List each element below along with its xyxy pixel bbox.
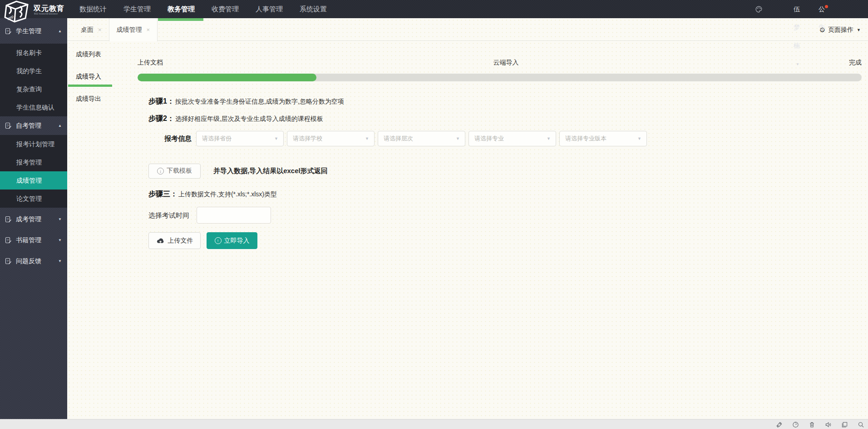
clipboard-pen-icon: ? <box>5 28 12 35</box>
clipboard-pen-icon: ? <box>5 122 12 130</box>
clipboard-pen-icon: ? <box>5 237 12 244</box>
step3-body: 上传数据文件,支持(*.xls;*.xlsx)类型 <box>178 190 277 198</box>
cloud-upload-icon <box>156 238 165 244</box>
logo-mark-icon: step <box>3 0 31 23</box>
import-button-label: 立即导入 <box>224 237 250 245</box>
sidebar-item-exam-plan-mgmt[interactable]: 报考计划管理 <box>0 135 67 153</box>
sidebar-group-adultexam-mgmt[interactable]: ? 成考管理 ▼ <box>0 210 67 229</box>
tab-label: 成绩管理 <box>117 26 142 33</box>
chevron-down-icon: ▼ <box>58 259 62 263</box>
sidebar-group-book-mgmt[interactable]: ? 书籍管理 ▼ <box>0 231 67 249</box>
sidebar-item-enroll-card[interactable]: 报名刷卡 <box>0 44 67 62</box>
main-content: 上传文档 云端导入 完成 步骤1：按批次专业准备学生身份证信息,成绩为数字,忽略… <box>136 41 868 419</box>
import-now-button[interactable]: 立即导入 <box>207 232 257 249</box>
nav-item-data-stats[interactable]: 数据统计 <box>79 0 107 18</box>
download-note: 并导入数据,导入结果以excel形式返回 <box>213 167 328 175</box>
wizard-step-upload: 上传文档 <box>138 59 163 67</box>
tab-desktop[interactable]: 桌面 <box>74 18 109 41</box>
sidebar-group-label: 成考管理 <box>16 215 41 224</box>
nav-item-hr-mgmt[interactable]: 人事管理 <box>256 0 283 18</box>
secondary-menu: 成绩列表 成绩导入 成绩导出 <box>67 41 136 419</box>
sidebar-group-feedback[interactable]: ? 问题反馈 ▼ <box>0 252 67 270</box>
nav-item-fee-mgmt[interactable]: 收费管理 <box>212 0 239 18</box>
submenu-active-underline <box>68 85 112 87</box>
top-nav: 数据统计 学生管理 教务管理 收费管理 人事管理 系统设置 <box>79 0 327 18</box>
exam-time-input[interactable] <box>197 207 271 224</box>
clipboard-pen-icon: ? <box>5 216 12 223</box>
speaker-icon[interactable] <box>825 421 832 428</box>
user-menu[interactable]: 伍梦楠 <box>794 0 800 18</box>
notice-link[interactable]: 公告 <box>819 0 825 18</box>
exam-info-label: 报考信息 <box>164 130 192 147</box>
submenu-item-score-export[interactable]: 成绩导出 <box>67 88 136 110</box>
sidebar-item-score-mgmt[interactable]: 成绩管理 <box>0 171 67 190</box>
progress-fill <box>138 74 316 81</box>
rocket-icon[interactable] <box>776 421 783 428</box>
submenu-label: 成绩导出 <box>76 95 101 102</box>
download-template-button[interactable]: 下载模板 <box>148 164 201 179</box>
select-level[interactable]: 请选择层次 <box>378 131 465 146</box>
notice-badge <box>825 5 828 8</box>
submenu-item-score-import[interactable]: 成绩导入 <box>67 65 136 88</box>
nav-item-student-mgmt[interactable]: 学生管理 <box>123 0 151 18</box>
sidebar-group-student-mgmt[interactable]: ? 学生管理 ▲ <box>0 22 67 40</box>
sidebar-item-exam-reg-mgmt[interactable]: 报考管理 <box>0 153 67 171</box>
select-placeholder: 请选择专业版本 <box>565 131 607 146</box>
tab-score-mgmt[interactable]: 成绩管理 <box>109 18 158 41</box>
select-major-version[interactable]: 请选择专业版本 <box>559 131 647 146</box>
logo-subtext: BSS Vocational Education <box>34 12 58 15</box>
gauge-icon[interactable] <box>792 421 799 428</box>
exam-info-form-row: 报考信息 请选择省份 请选择学校 请选择层次 请选择专业 请选择专业版本 <box>136 130 868 147</box>
submenu-item-score-list[interactable]: 成绩列表 <box>67 43 136 65</box>
svg-text:?: ? <box>7 124 9 128</box>
sidebar-group-items: 报名刷卡 我的学生 复杂查询 学生信息确认 <box>0 44 67 116</box>
close-icon[interactable] <box>147 19 150 41</box>
svg-text:?: ? <box>7 238 9 242</box>
exam-time-label: 选择考试时间 <box>148 207 189 224</box>
sidebar-item-thesis-mgmt[interactable]: 论文管理 <box>0 190 67 208</box>
select-placeholder: 请选择学校 <box>293 131 322 146</box>
step2-text: 步骤2：选择好相应年级,层次及专业生成导入成绩的课程模板 <box>148 114 323 124</box>
select-province[interactable]: 请选择省份 <box>196 131 284 146</box>
page-actions-menu[interactable]: 页面操作 <box>819 18 861 41</box>
window-icon[interactable] <box>841 421 848 428</box>
page-actions-label: 页面操作 <box>828 26 853 33</box>
svg-text:?: ? <box>7 217 9 221</box>
wizard-step-done: 完成 <box>849 59 862 67</box>
trash-icon[interactable] <box>809 421 815 428</box>
sidebar-group-selfexam-mgmt[interactable]: ? 自考管理 ▲ <box>0 116 67 135</box>
upload-arrow-icon <box>215 237 222 244</box>
step2-body: 选择好相应年级,层次及专业生成导入成绩的课程模板 <box>175 115 323 122</box>
chevron-up-icon: ▲ <box>58 29 62 33</box>
top-bar: step 双元教育 BSS Vocational Education 数据统计 … <box>0 0 868 18</box>
select-major[interactable]: 请选择专业 <box>469 131 556 146</box>
sidebar-item-complex-query[interactable]: 复杂查询 <box>0 80 67 98</box>
step2-label: 步骤2： <box>148 115 174 122</box>
bottom-toolbar-icons <box>776 419 864 429</box>
sidebar-group-label: 问题反馈 <box>16 257 41 265</box>
close-icon[interactable] <box>98 19 102 41</box>
submenu-label: 成绩导入 <box>76 73 101 80</box>
upload-file-button[interactable]: 上传文件 <box>148 232 201 249</box>
tabs: 桌面 成绩管理 <box>74 18 158 41</box>
download-button-label: 下载模板 <box>167 167 192 175</box>
select-placeholder: 请选择专业 <box>474 131 504 146</box>
select-placeholder: 请选择省份 <box>202 131 232 146</box>
sidebar-item-student-info-confirm[interactable]: 学生信息确认 <box>0 98 67 116</box>
sidebar-group-label: 学生管理 <box>16 27 41 35</box>
clipboard-pen-icon: ? <box>5 258 12 265</box>
wizard-steps: 上传文档 云端导入 完成 <box>138 59 862 67</box>
wizard-step-cloud-import: 云端导入 <box>493 59 519 67</box>
chevron-down-icon: ▼ <box>58 238 62 242</box>
sidebar-item-my-students[interactable]: 我的学生 <box>0 62 67 80</box>
svg-text:?: ? <box>7 29 9 33</box>
progress-bar <box>138 74 862 81</box>
search-icon[interactable] <box>858 421 864 428</box>
step1-text: 步骤1：按批次专业准备学生身份证信息,成绩为数字,忽略分数为空项 <box>148 97 344 106</box>
theme-palette-icon[interactable] <box>755 5 763 15</box>
select-school[interactable]: 请选择学校 <box>287 131 375 146</box>
nav-item-academic-mgmt[interactable]: 教务管理 <box>168 0 195 18</box>
tab-label: 桌面 <box>81 26 94 33</box>
nav-item-system-settings[interactable]: 系统设置 <box>300 0 327 18</box>
bottom-toolbar <box>0 419 868 429</box>
